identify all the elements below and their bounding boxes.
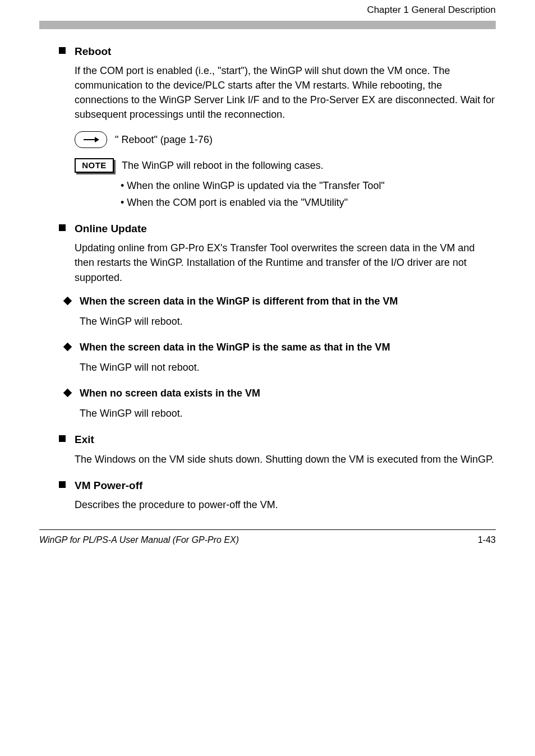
subsection-title: When the screen data in the WinGP is dif…: [80, 294, 398, 308]
square-bullet-icon: [59, 481, 66, 488]
section-title-exit: Exit: [75, 432, 94, 448]
subsection-title: When the screen data in the WinGP is the…: [80, 340, 390, 354]
note-lead: The WinGP will reboot in the following c…: [122, 158, 496, 173]
subsection-title: When no screen data exists in the VM: [80, 386, 260, 400]
note-bullet-item: • When the COM port is enabled via the "…: [121, 195, 496, 210]
diamond-bullet-icon: [63, 389, 72, 398]
section-title-vm-poweroff: VM Power-off: [75, 478, 142, 494]
section-body-vm-poweroff: Describes the procedure to power-off the…: [75, 497, 496, 512]
section-title-online-update: Online Update: [75, 221, 147, 237]
subsection-body: The WinGP will not reboot.: [80, 360, 496, 375]
footer-manual-title: WinGP for PL/PS-A User Manual (For GP-Pr…: [39, 533, 239, 546]
svg-marker-1: [95, 137, 99, 142]
section-title-reboot: Reboot: [75, 44, 111, 59]
square-bullet-icon: [59, 224, 66, 231]
note-icon: NOTE: [75, 158, 114, 173]
header-rule: [39, 21, 496, 29]
square-bullet-icon: [59, 47, 66, 54]
section-body-exit: The Windows on the VM side shuts down. S…: [75, 452, 496, 467]
diamond-bullet-icon: [63, 343, 72, 352]
diamond-bullet-icon: [63, 296, 72, 305]
note-label: NOTE: [75, 158, 114, 173]
square-bullet-icon: [59, 435, 66, 442]
subsection-body: The WinGP will reboot.: [80, 314, 496, 329]
reference-arrow-icon: [75, 131, 107, 148]
subsection-body: The WinGP will reboot.: [80, 406, 496, 421]
reference-text: " Reboot" (page 1-76): [115, 132, 213, 147]
page-number: 1-43: [478, 533, 496, 546]
section-body-reboot: If the COM port is enabled (i.e., "start…: [75, 63, 496, 122]
section-body-online-update: Updating online from GP-Pro EX's Transfe…: [75, 241, 496, 284]
note-bullet-item: • When the online WinGP is updated via t…: [121, 178, 496, 193]
chapter-label: Chapter 1 General Description: [39, 3, 496, 17]
